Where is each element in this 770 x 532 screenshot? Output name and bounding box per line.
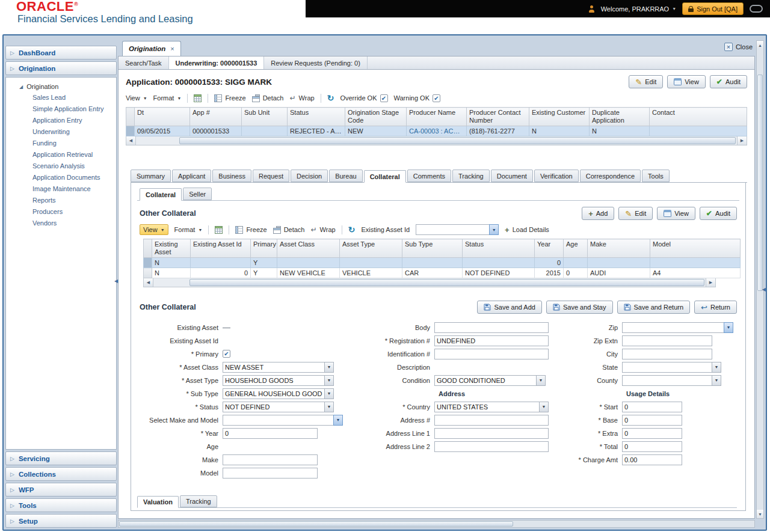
save-and-return-button[interactable]: Save and Return: [617, 301, 691, 314]
asset-class-input[interactable]: [223, 362, 324, 373]
column-header-asset-class[interactable]: Asset Class: [277, 239, 340, 258]
scroll-thumb[interactable]: [757, 75, 763, 291]
collateral-hscrollbar[interactable]: ◀ ▶: [143, 278, 716, 287]
sidebar-item-sales-lead[interactable]: Sales Lead: [6, 92, 116, 103]
base-field[interactable]: [622, 415, 682, 426]
column-header-existing-asset[interactable]: Existing Asset: [152, 239, 191, 258]
edit-button[interactable]: ✎Edit: [618, 207, 653, 220]
detach-button[interactable]: Detach: [252, 94, 284, 102]
condition-input[interactable]: [434, 375, 536, 386]
tab-review-requests[interactable]: Review Requests (Pending: 0): [264, 57, 368, 69]
sidebar-item-vendors[interactable]: Vendors: [6, 218, 116, 229]
dropdown-arrow-icon[interactable]: ▼: [489, 224, 499, 235]
status-select[interactable]: ▼: [223, 402, 334, 412]
dropdown-arrow-icon[interactable]: ▼: [724, 322, 733, 333]
total-field[interactable]: [622, 441, 682, 452]
dropdown-arrow-icon[interactable]: ▼: [536, 375, 546, 386]
close-button[interactable]: ×Close: [724, 43, 753, 51]
city-field[interactable]: [622, 349, 712, 359]
sidebar-item-funding[interactable]: Funding: [6, 138, 116, 149]
column-header-asset-type[interactable]: Asset Type: [340, 239, 402, 258]
country-input[interactable]: [434, 402, 539, 412]
detach-button[interactable]: Detach: [273, 226, 305, 234]
view-menu[interactable]: View▼: [140, 224, 168, 235]
window-tab-origination[interactable]: Origination×: [122, 41, 181, 56]
dropdown-arrow-icon[interactable]: ▼: [324, 402, 334, 412]
tab-tools[interactable]: Tools: [642, 170, 670, 182]
address-number-field[interactable]: [434, 415, 549, 426]
subtab-collateral[interactable]: Collateral: [140, 188, 182, 201]
application-row[interactable]: 09/05/2015 0000001533 REJECTED - AUTO...…: [126, 126, 747, 136]
column-header-existing-customer[interactable]: Existing Customer: [529, 108, 590, 126]
refresh-button[interactable]: ↻: [327, 94, 334, 102]
asset-class-select[interactable]: ▼: [223, 362, 334, 373]
start-field[interactable]: [622, 402, 682, 412]
dropdown-arrow-icon[interactable]: ▼: [324, 362, 334, 373]
audit-button[interactable]: ✔Audit: [710, 75, 747, 88]
sub-type-select[interactable]: ▼: [223, 388, 334, 399]
sidebar-section-collections[interactable]: ▷Collections: [5, 467, 117, 481]
override-ok-toggle[interactable]: Override OK✔: [340, 94, 387, 102]
dropdown-arrow-icon[interactable]: ▼: [324, 388, 334, 399]
column-header-origination-stage-code[interactable]: Origination Stage Code: [345, 108, 407, 126]
sidebar-section-setup[interactable]: ▷Setup: [5, 514, 117, 528]
warning-ok-checkbox[interactable]: ✔: [433, 94, 440, 102]
row-selector[interactable]: [144, 258, 152, 268]
status-input[interactable]: [223, 402, 324, 412]
tab-search-task[interactable]: Search/Task: [119, 57, 169, 69]
return-button[interactable]: ↩Return: [694, 301, 737, 314]
subtab-seller[interactable]: Seller: [183, 188, 212, 200]
address-line1-field[interactable]: [434, 428, 549, 439]
column-header-producer-contact-number[interactable]: Producer Contact Number: [467, 108, 529, 126]
registration-field[interactable]: [434, 335, 549, 346]
column-header-existing-asset-id[interactable]: Existing Asset Id: [191, 239, 251, 258]
export-button[interactable]: [215, 226, 223, 234]
close-tab-icon[interactable]: ×: [170, 45, 174, 52]
sidebar-item-image-maintenance[interactable]: Image Maintenance: [6, 183, 116, 195]
sidebar-item-simple-application-entry[interactable]: Simple Application Entry: [6, 103, 116, 115]
scroll-thumb[interactable]: [179, 137, 736, 144]
scroll-left-button[interactable]: ◀: [126, 136, 136, 145]
view-menu[interactable]: View▼: [126, 94, 147, 102]
sign-out-button[interactable]: Sign Out [QA]: [682, 2, 744, 15]
row-selector[interactable]: [126, 126, 135, 136]
expanded-node-icon[interactable]: ◢: [19, 84, 23, 90]
sidebar-section-wfp[interactable]: ▷WFP: [5, 483, 117, 497]
dropdown-arrow-icon[interactable]: ▼: [712, 362, 721, 373]
column-header-dt[interactable]: Dt: [135, 108, 190, 126]
existing-asset-id-combo[interactable]: ▼: [416, 224, 499, 235]
existing-asset-id-input[interactable]: [416, 224, 489, 235]
make-model-input[interactable]: [223, 415, 333, 426]
tab-verification[interactable]: Verification: [534, 170, 579, 182]
tab-applicant[interactable]: Applicant: [172, 170, 211, 182]
identification-field[interactable]: [434, 349, 549, 359]
tab-summary[interactable]: Summary: [131, 170, 171, 182]
view-button[interactable]: View: [657, 207, 695, 220]
sidebar-item-reports[interactable]: Reports: [6, 195, 116, 206]
tab-collateral[interactable]: Collateral: [364, 170, 406, 183]
column-header-model[interactable]: Model: [650, 239, 741, 258]
format-menu[interactable]: Format▼: [153, 94, 182, 102]
sidebar-item-underwriting[interactable]: Underwriting: [6, 126, 116, 138]
scroll-right-button[interactable]: ▶: [737, 136, 747, 145]
body-field[interactable]: [434, 322, 549, 333]
column-header-status[interactable]: Status: [463, 239, 535, 258]
primary-checkbox[interactable]: ✔: [223, 350, 230, 358]
load-details-button[interactable]: +Load Details: [505, 226, 549, 234]
tab-request[interactable]: Request: [253, 170, 289, 182]
tab-bureau[interactable]: Bureau: [329, 170, 362, 182]
tab-decision[interactable]: Decision: [291, 170, 328, 182]
tab-comments[interactable]: Comments: [407, 170, 451, 182]
tab-valuation[interactable]: Valuation: [137, 496, 179, 508]
wrap-button[interactable]: ↵Wrap: [289, 94, 314, 102]
make-field[interactable]: [223, 454, 318, 465]
refresh-button[interactable]: ↻: [348, 225, 356, 234]
format-menu[interactable]: Format▼: [174, 226, 203, 233]
sidebar-item-scenario-analysis[interactable]: Scenario Analysis: [6, 161, 116, 172]
column-header-app-number[interactable]: App #: [190, 108, 242, 126]
panel-splitter-handle[interactable]: ◀: [762, 287, 766, 292]
zip-extn-field[interactable]: [622, 335, 712, 346]
county-input[interactable]: [622, 375, 712, 386]
sidebar-splitter-handle[interactable]: ◀: [114, 278, 118, 284]
save-and-stay-button[interactable]: Save and Stay: [546, 301, 613, 314]
